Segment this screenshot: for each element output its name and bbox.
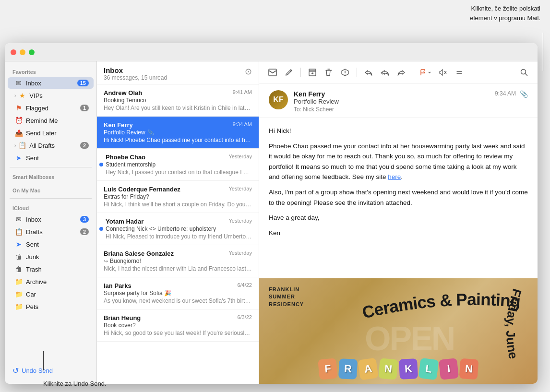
- tooltip-top-right: Kliknite, če želite poiskati element v p…: [470, 4, 540, 23]
- message-item[interactable]: Briana Salese Gonzalez ↪ Buongiorno! Nic…: [97, 245, 259, 277]
- minimize-window-button[interactable]: [20, 49, 25, 55]
- message-time: 6/4/22: [237, 282, 252, 288]
- delete-button[interactable]: [322, 66, 335, 79]
- message-subject: Surprise party for Sofia 🎉: [104, 290, 252, 297]
- message-item[interactable]: Ian Parks Surprise party for Sofia 🎉 As …: [97, 277, 259, 309]
- sidebar-item-sent-fav-label: Sent: [26, 154, 89, 162]
- sidebar-item-icloud-pets-label: Pets: [26, 303, 89, 310]
- flyer-3d-letters: F R A N K L I N: [319, 359, 478, 379]
- detail-body: Hi Nick! Phoebe Chao passed me your cont…: [259, 118, 538, 278]
- svg-rect-0: [269, 69, 276, 76]
- sidebar-item-vips-label: VIPs: [29, 92, 89, 99]
- sidebar-item-inbox-badge: 15: [77, 80, 89, 86]
- clay-letter-f: F: [318, 358, 338, 380]
- clay-letter-k: K: [399, 358, 418, 380]
- sidebar-section-favorites: Favorites: [5, 65, 96, 77]
- sidebar-item-sent-fav[interactable]: ➤ Sent: [8, 152, 94, 164]
- message-item[interactable]: Ken Ferry Portfolio Review 📎 Hi Nick! Ph…: [97, 117, 259, 149]
- message-item[interactable]: Brian Heung Book cover? Hi Nick, so good…: [97, 309, 259, 342]
- email-link[interactable]: here: [388, 173, 401, 180]
- reply-all-button[interactable]: [378, 66, 392, 79]
- message-item[interactable]: Phoebe Chao Student mentorship Hey Nick,…: [97, 149, 259, 181]
- message-item[interactable]: Luis Coderque Fernandez Extras for Frida…: [97, 181, 259, 213]
- message-subject: Booking Temuco: [104, 97, 252, 104]
- junk-button[interactable]: [338, 66, 352, 79]
- sidebar-item-alldrafts-label: All Drafts: [29, 142, 80, 149]
- alldrafts-expand-arrow: ›: [14, 143, 16, 148]
- sidebar-item-icloud-car-label: Car: [26, 291, 89, 298]
- detail-to: To: Nick Scheer: [294, 106, 489, 113]
- flyer-friday-text: Friday, June: [494, 278, 533, 384]
- flag-button[interactable]: [418, 68, 433, 77]
- sidebar-item-flagged[interactable]: ⚑ Flagged 1: [8, 102, 94, 114]
- sidebar-item-icloud-drafts-label: Drafts: [26, 228, 80, 236]
- sidebar-item-icloud-junk[interactable]: 🗑 Junk: [8, 251, 94, 262]
- svg-rect-1: [309, 69, 316, 71]
- flag-dropdown-icon: [428, 71, 431, 74]
- filter-icon[interactable]: ⊙: [245, 66, 252, 77]
- icloud-pets-icon: 📁: [14, 302, 23, 311]
- message-subject: Portfolio Review 📎: [104, 129, 252, 136]
- message-subject: ↪ Buongiorno!: [104, 258, 252, 264]
- message-item[interactable]: Yotam Hadar Connecting Nick <> Umberto r…: [97, 213, 259, 245]
- svg-point-6: [521, 69, 526, 74]
- sidebar-item-icloud-drafts[interactable]: 📋 Drafts 2: [8, 226, 94, 238]
- message-preview: Hey Nick, I passed your contact on to th…: [106, 169, 252, 176]
- undo-send-button[interactable]: ↺ Undo Send: [10, 364, 92, 377]
- sidebar-item-sendlater[interactable]: 📤 Send Later: [8, 127, 94, 139]
- message-preview: Hi Nick, Pleased to introduce you to my …: [106, 233, 252, 240]
- clay-letter-n: N: [378, 358, 398, 380]
- sidebar-item-icloud-trash[interactable]: 🗑 Trash: [8, 263, 94, 275]
- mail-window: Favorites ✉ Inbox 15 › ★ VIPs ⚑ Flagged …: [5, 43, 538, 384]
- archive-button[interactable]: [306, 66, 319, 79]
- message-preview: Nick, I had the nicest dinner with Lia a…: [104, 265, 252, 272]
- sidebar-item-icloud-car[interactable]: 📁 Car: [8, 288, 94, 300]
- message-subject: Student mentorship: [106, 161, 252, 168]
- message-sender: Brian Heung: [104, 314, 252, 321]
- vips-expand-arrow: ›: [14, 93, 16, 98]
- message-time: Yesterday: [228, 186, 252, 191]
- sidebar-item-remindme[interactable]: ⏰ Remind Me: [8, 115, 94, 126]
- sidebar-item-icloud-inbox-label: Inbox: [26, 216, 80, 223]
- message-list: Inbox 36 messages, 15 unread ⊙ Andrew Ol…: [97, 61, 259, 384]
- sidebar-item-icloud-trash-label: Trash: [26, 266, 89, 273]
- sidebar-item-icloud-archive[interactable]: 📁 Archive: [8, 276, 94, 287]
- new-message-button[interactable]: [266, 66, 279, 79]
- message-preview: Hi Nick, I think we'll be short a couple…: [104, 201, 252, 208]
- detail-toolbar: [259, 61, 538, 83]
- message-subject: Connecting Nick <> Umberto re: upholster…: [106, 226, 252, 232]
- title-bar: [5, 43, 538, 61]
- message-item[interactable]: Andrew Olah Booking Temuco Hey Olah! Are…: [97, 84, 259, 117]
- sidebar-item-icloud-pets[interactable]: 📁 Pets: [8, 301, 94, 312]
- icloud-car-icon: 📁: [14, 290, 23, 298]
- search-button[interactable]: [517, 66, 531, 79]
- forward-button[interactable]: [395, 66, 408, 79]
- message-list-body: Andrew Olah Booking Temuco Hey Olah! Are…: [97, 84, 259, 384]
- mute-button[interactable]: [436, 66, 450, 79]
- sendlater-icon: 📤: [14, 129, 23, 137]
- sidebar-bottom: ↺ Undo Send: [5, 361, 96, 380]
- icloud-trash-icon: 🗑: [14, 265, 23, 273]
- message-sender: Ken Ferry: [104, 121, 252, 129]
- alldrafts-icon: 📋: [18, 141, 26, 150]
- window-controls: [11, 49, 35, 55]
- sidebar-item-inbox[interactable]: ✉ Inbox 15: [8, 77, 94, 89]
- message-preview: Hi Nick, so good to see you last week! I…: [104, 330, 252, 336]
- compose-button[interactable]: [282, 66, 296, 79]
- sidebar-item-icloud-drafts-badge: 2: [80, 228, 89, 235]
- email-body-text: Hi Nick! Phoebe Chao passed me your cont…: [269, 126, 528, 238]
- sidebar-section-smart: Smart Mailboxes: [5, 170, 96, 182]
- close-window-button[interactable]: [11, 49, 16, 55]
- maximize-window-button[interactable]: [29, 49, 35, 55]
- more-button[interactable]: [453, 66, 466, 79]
- sidebar-item-icloud-archive-label: Archive: [26, 278, 89, 285]
- reply-button[interactable]: [362, 66, 375, 79]
- clay-letter-n2: N: [459, 358, 479, 380]
- sidebar-item-icloud-inbox[interactable]: ✉ Inbox 3: [8, 214, 94, 225]
- unread-indicator: [99, 227, 103, 231]
- unread-indicator: [99, 163, 103, 166]
- tooltip-line-top: [543, 33, 543, 71]
- sidebar-item-alldrafts[interactable]: › 📋 All Drafts 2: [8, 140, 94, 151]
- sidebar-item-icloud-sent[interactable]: ➤ Sent: [8, 238, 94, 250]
- sidebar-item-vips[interactable]: › ★ VIPs: [8, 90, 94, 101]
